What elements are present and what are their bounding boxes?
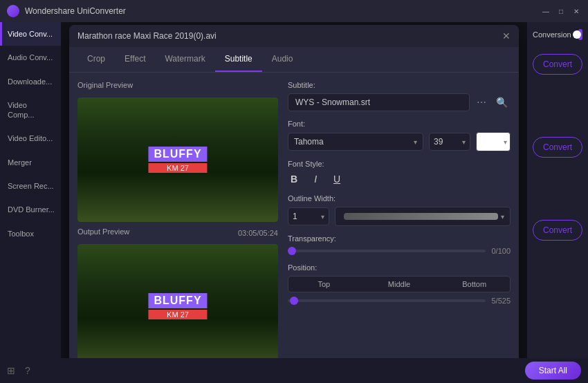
sidebar-item-dvd-burner[interactable]: DVD Burner... [0, 198, 61, 221]
transparency-group: Transparency: 0/100 [288, 234, 511, 255]
sidebar: Video Conv... Audio Conv... Downloade...… [0, 22, 61, 358]
sidebar-item-merger[interactable]: Merger [0, 151, 61, 174]
outline-color-picker[interactable]: ▾ [335, 207, 511, 226]
output-video-bg: BLUFFY KM 27 [77, 244, 278, 358]
font-color-picker[interactable]: ▾ [476, 132, 511, 151]
outline-chevron-icon: ▾ [321, 213, 324, 221]
modal-body: Original Preview BLUFFY KM 27 [69, 73, 519, 358]
position-slider[interactable] [288, 299, 486, 302]
subtitle-section-label: Subtitle: [288, 81, 511, 89]
video-text-main: BLUFFY [148, 147, 207, 162]
original-preview-label: Original Preview [77, 81, 278, 89]
maximize-button[interactable]: □ [556, 6, 566, 16]
app-logo [7, 5, 19, 17]
outline-color-chevron-icon: ▾ [501, 213, 504, 221]
app-window: Wondershare UniConverter — □ ✕ Video Con… [0, 0, 588, 383]
subtitle-modal: Marathon race Maxi Race 2019(0).avi ✕ Cr… [69, 25, 519, 358]
font-label: Font: [288, 120, 511, 128]
font-style-row: B I U [288, 172, 511, 186]
modal-close-button[interactable]: ✕ [502, 30, 511, 41]
sidebar-item-video-convert[interactable]: Video Conv... [0, 22, 61, 46]
outline-row: 1 ▾ ▾ [288, 207, 511, 226]
position-value: 5/525 [491, 297, 511, 305]
font-group: Font: Tahoma ▾ 39 ▾ [288, 120, 511, 151]
window-controls: — □ ✕ [541, 6, 581, 16]
close-button[interactable]: ✕ [571, 6, 581, 16]
subtitle-search-button[interactable]: 🔍 [493, 95, 511, 109]
output-video-overlay: BLUFFY KM 27 [148, 293, 207, 319]
font-size-select[interactable]: 39 ▾ [429, 133, 470, 151]
transparency-slider[interactable] [288, 250, 486, 252]
output-video-text-main: BLUFFY [148, 293, 207, 308]
help-icon[interactable]: ? [25, 365, 30, 376]
main-content: Marathon race Maxi Race 2019(0).avi ✕ Cr… [61, 22, 527, 358]
subtitle-file-input[interactable]: WYS - Snowman.srt [288, 93, 470, 111]
italic-button[interactable]: I [311, 172, 320, 186]
output-preview: BLUFFY KM 27 [77, 244, 278, 358]
layout-icon[interactable]: ⊞ [7, 365, 15, 376]
video-overlay: BLUFFY KM 27 [148, 147, 207, 173]
title-bar: Wondershare UniConverter — □ ✕ [0, 0, 588, 22]
settings-panel: Subtitle: WYS - Snowman.srt ⋯ 🔍 [288, 81, 511, 358]
output-video-text-sub: KM 27 [148, 310, 207, 319]
sidebar-item-audio-convert[interactable]: Audio Conv... [0, 46, 61, 69]
start-all-button[interactable]: Start All [525, 362, 581, 380]
sidebar-item-downloader[interactable]: Downloade... [0, 70, 61, 93]
conversion-toggle[interactable] [578, 29, 582, 40]
position-group: Position: Top Middle Bottom [288, 263, 511, 305]
position-middle-button[interactable]: Middle [364, 277, 435, 292]
tab-effect[interactable]: Effect [115, 47, 155, 72]
tab-audio[interactable]: Audio [262, 47, 303, 72]
tab-subtitle[interactable]: Subtitle [215, 47, 262, 72]
font-style-group: Font Style: B I U [288, 160, 511, 186]
color-chevron-icon: ▾ [504, 138, 507, 146]
right-panel: Conversion Convert Convert Convert [527, 22, 588, 358]
output-preview-label: Output Preview [77, 227, 129, 236]
position-top-button[interactable]: Top [288, 277, 360, 292]
outline-width-select[interactable]: 1 ▾ [288, 207, 329, 225]
bottom-icons: ⊞ ? [7, 365, 30, 376]
transparency-thumb [288, 247, 296, 255]
sidebar-item-toolbox[interactable]: Toolbox [0, 222, 61, 245]
sidebar-item-video-compress[interactable]: Video Comp... [0, 93, 61, 127]
position-label: Position: [288, 263, 511, 272]
modal-tabs: Crop Effect Watermark Subtitle Audio [69, 47, 519, 73]
modal-title: Marathon race Maxi Race 2019(0).avi [77, 31, 217, 41]
tab-watermark[interactable]: Watermark [155, 47, 214, 72]
position-slider-row: 5/525 [288, 297, 511, 305]
transparency-value: 0/100 [491, 247, 511, 255]
app-body: Video Conv... Audio Conv... Downloade...… [0, 22, 588, 358]
sidebar-item-screen-rec[interactable]: Screen Rec... [0, 174, 61, 198]
app-title: Wondershare UniConverter [25, 6, 541, 16]
sidebar-item-video-editor[interactable]: Video Edito... [0, 127, 61, 150]
original-video-bg: BLUFFY KM 27 [77, 97, 278, 222]
convert-button-1[interactable]: Convert [533, 54, 582, 75]
position-bottom-button[interactable]: Bottom [439, 277, 510, 292]
subtitle-file-row: WYS - Snowman.srt ⋯ 🔍 [288, 93, 511, 111]
bold-button[interactable]: B [288, 172, 300, 186]
video-text-sub: KM 27 [148, 163, 207, 173]
subtitle-more-button[interactable]: ⋯ [474, 95, 489, 109]
font-chevron-icon: ▾ [414, 138, 417, 146]
convert-button-3[interactable]: Convert [533, 220, 582, 241]
underline-button[interactable]: U [331, 172, 343, 186]
original-preview: BLUFFY KM 27 [77, 97, 278, 222]
minimize-button[interactable]: — [541, 6, 551, 16]
transparency-row: 0/100 [288, 247, 511, 255]
right-panel-header: Conversion [533, 29, 582, 40]
conversion-label: Conversion [533, 30, 574, 39]
font-size-chevron-icon: ▾ [462, 138, 466, 146]
convert-button-2[interactable]: Convert [533, 137, 582, 158]
modal-title-bar: Marathon race Maxi Race 2019(0).avi ✕ [69, 25, 519, 47]
bottom-bar: ⊞ ? Start All [0, 358, 588, 383]
modal-overlay: Marathon race Maxi Race 2019(0).avi ✕ Cr… [61, 22, 527, 358]
outline-label: Outline Width: [288, 194, 511, 203]
position-buttons: Top Middle Bottom [288, 276, 511, 292]
font-style-label: Font Style: [288, 160, 511, 168]
outline-group: Outline Width: 1 ▾ ▾ [288, 194, 511, 226]
transparency-label: Transparency: [288, 234, 511, 243]
font-color-swatch [479, 136, 499, 147]
font-family-select[interactable]: Tahoma ▾ [288, 133, 423, 151]
tab-crop[interactable]: Crop [77, 47, 115, 72]
output-header: Output Preview 03:05/05:24 [77, 227, 278, 239]
